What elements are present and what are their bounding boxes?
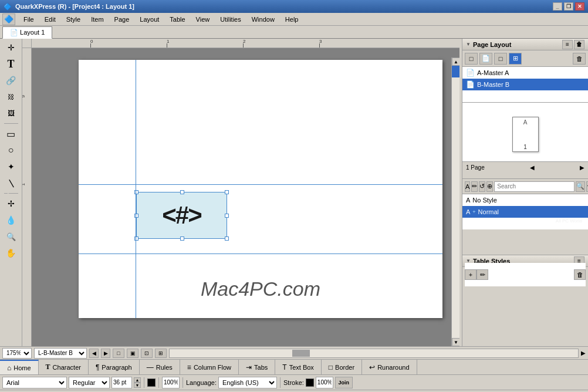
styles-search-icon[interactable]: 🔍 <box>576 181 585 192</box>
app-menu-icon[interactable]: 🔷 <box>2 13 15 25</box>
scroll-track[interactable] <box>452 66 459 338</box>
menu-view[interactable]: View <box>191 15 215 24</box>
blank-master-button[interactable]: □ <box>494 53 507 65</box>
handle-br[interactable] <box>225 236 229 241</box>
tab-home[interactable]: ⌂ Home <box>0 360 39 375</box>
page-layout-triangle[interactable]: ▼ <box>466 42 471 47</box>
page-layout-menu-button[interactable]: ≡ <box>562 40 573 49</box>
minimize-button[interactable]: _ <box>553 2 562 11</box>
menu-edit[interactable]: Edit <box>40 15 60 24</box>
table-style-trash-button[interactable]: 🗑 <box>574 269 586 280</box>
restore-button[interactable]: ❐ <box>564 2 573 11</box>
ruler-v-mark-1: 1 <box>22 183 26 185</box>
text-box-tab-icon: T <box>282 363 286 371</box>
close-button[interactable]: ✕ <box>575 2 584 11</box>
view-preview-button[interactable]: ▣ <box>127 349 138 358</box>
grid-view-button[interactable]: ⊞ <box>509 53 522 65</box>
pages-scroll-next[interactable]: ▶ <box>580 164 584 171</box>
tab-column-flow[interactable]: ≡ Column Flow <box>180 360 239 375</box>
pl-trash-button[interactable]: 🗑 <box>573 53 586 65</box>
new-master-button[interactable]: 📄 <box>479 53 492 65</box>
handle-tc[interactable] <box>180 190 184 194</box>
font-size-input[interactable] <box>111 377 132 388</box>
menu-style[interactable]: Style <box>62 15 85 24</box>
scroll-up-button[interactable]: ▲ <box>452 58 459 66</box>
pointer-tool[interactable]: ✛ <box>3 40 19 55</box>
selected-text-box[interactable]: <#> <box>136 192 227 239</box>
handle-bc[interactable] <box>180 236 184 241</box>
table-style-add-button[interactable]: + <box>465 269 477 280</box>
horizontal-scrollbar[interactable] <box>169 349 579 358</box>
canvas-vertical-scrollbar[interactable]: ▲ ▼ <box>451 58 459 346</box>
pages-scroll-prev[interactable]: ◀ <box>530 164 535 171</box>
style-icon-a[interactable]: A <box>465 181 470 192</box>
page-thumbnail[interactable]: A 1 <box>512 117 539 152</box>
zoom-select[interactable]: 175% <box>2 348 32 359</box>
font-family-select[interactable]: Arial <box>2 377 67 388</box>
tab-tabs[interactable]: ⇥ Tabs <box>239 360 275 375</box>
style-refresh-button[interactable]: ↺ <box>479 181 485 192</box>
color-swatch[interactable] <box>147 379 156 387</box>
tab-paragraph[interactable]: ¶ Paragraph <box>89 360 140 375</box>
tab-border[interactable]: □ Border <box>322 360 362 375</box>
join-button[interactable]: Join <box>335 377 353 388</box>
page-layout-trash-button[interactable]: 🗑 <box>574 40 584 49</box>
tab-character[interactable]: T Character <box>39 360 89 375</box>
tab-text-box[interactable]: T Text Box <box>275 360 322 375</box>
font-style-select[interactable]: Regular <box>69 377 110 388</box>
scroll-down-button[interactable]: ▼ <box>452 338 459 346</box>
menu-layout[interactable]: Layout <box>135 15 164 24</box>
menu-item[interactable]: Item <box>86 15 108 24</box>
scroll-arrow[interactable]: ▶ <box>581 350 586 356</box>
link-tool[interactable]: 🔗 <box>3 73 19 88</box>
master-a-item[interactable]: 📄 A-Master A <box>462 67 588 79</box>
table-styles-content: + ✏ 🗑 <box>465 263 586 286</box>
pages-footer: 1 Page ◀ ▶ <box>462 161 588 173</box>
image-tool[interactable]: 🖼 <box>3 106 19 121</box>
document-tab[interactable]: 📄 Layout 1 <box>2 26 52 39</box>
styles-search-input[interactable] <box>494 181 575 192</box>
new-page-button[interactable]: □ <box>465 53 478 65</box>
font-size-down[interactable]: ▼ <box>134 383 141 388</box>
tab-runaround[interactable]: ↩ Runaround <box>362 360 417 375</box>
handle-tr[interactable] <box>225 190 229 194</box>
text-tool[interactable]: T <box>3 56 19 72</box>
eyedrop-tool[interactable]: 💧 <box>3 212 19 228</box>
next-page-button[interactable]: ▶ <box>101 349 110 358</box>
prev-page-button[interactable]: ◀ <box>89 349 99 358</box>
style-pencil-button[interactable]: ✏ <box>471 181 478 192</box>
menu-utilities[interactable]: Utilities <box>215 15 245 24</box>
style-copy-button[interactable]: ⊕ <box>486 181 493 192</box>
style-normal[interactable]: A + Normal <box>462 206 588 218</box>
canvas-content[interactable]: <#> Mac4PC.com ▲ ▼ <box>32 48 459 346</box>
unlink-tool[interactable]: ⛓ <box>3 89 19 104</box>
master-select[interactable]: L-B-Master B <box>34 348 87 359</box>
line-tool[interactable]: | <box>0 173 22 194</box>
language-select[interactable]: English (US) <box>218 377 277 388</box>
tab-rules[interactable]: — Rules <box>140 360 180 375</box>
table-style-edit-button[interactable]: ✏ <box>477 269 488 280</box>
menu-table[interactable]: Table <box>165 15 190 24</box>
view-bleed-button[interactable]: ⊡ <box>141 349 153 358</box>
star-tool[interactable]: ✦ <box>3 159 19 174</box>
style-no-style[interactable]: A No Style <box>462 194 588 206</box>
menu-file[interactable]: File <box>19 15 39 24</box>
hand-tool[interactable]: ✋ <box>3 245 19 261</box>
view-normal-button[interactable]: □ <box>113 349 124 358</box>
stroke-swatch[interactable] <box>306 379 314 387</box>
opacity-input[interactable] <box>162 377 180 388</box>
font-size-up[interactable]: ▲ <box>134 377 141 383</box>
page-thumbnail-container: A 1 <box>512 117 539 152</box>
pages-content: A 1 <box>462 103 588 161</box>
view-info-button[interactable]: ⊞ <box>155 349 167 358</box>
rectangle-tool[interactable]: ▭ <box>3 126 19 141</box>
circle-tool[interactable]: ○ <box>3 143 19 158</box>
stroke-opacity-input[interactable] <box>316 377 333 388</box>
move-tool[interactable]: ✢ <box>3 196 19 211</box>
handle-mr[interactable] <box>225 214 229 218</box>
zoom-tool[interactable]: 🔍 <box>3 229 19 244</box>
menu-window[interactable]: Window <box>247 15 279 24</box>
menu-help[interactable]: Help <box>281 15 303 24</box>
master-b-item[interactable]: 📄 B-Master B <box>462 79 588 90</box>
menu-page[interactable]: Page <box>110 15 134 24</box>
